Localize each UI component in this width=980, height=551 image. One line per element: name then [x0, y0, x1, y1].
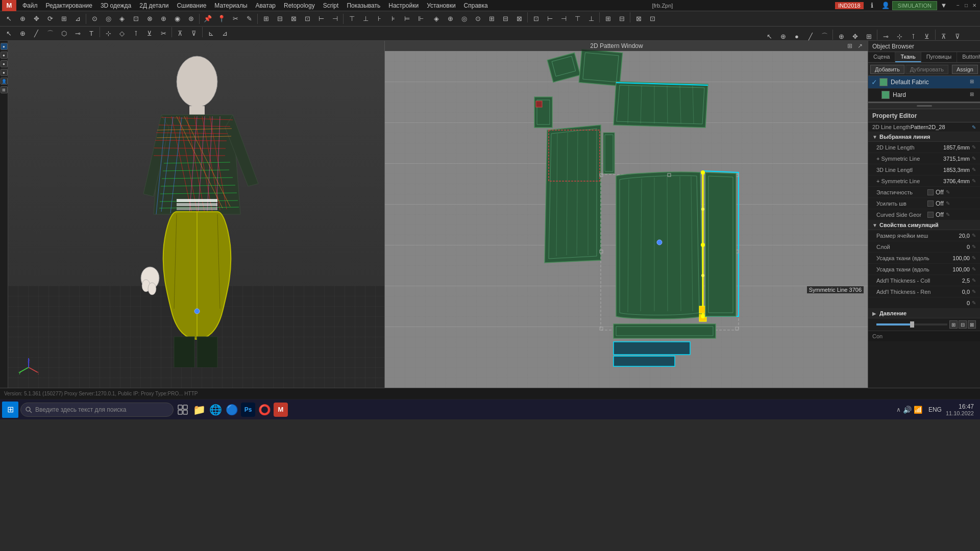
pressure-slider[interactable] — [876, 323, 947, 325]
taskbar-file-explorer[interactable]: 📁 — [192, 403, 206, 417]
menu-file[interactable]: Файл — [18, 1, 42, 10]
fabric-options-icon[interactable]: ⊞ — [970, 79, 977, 86]
tool-2d-9[interactable]: ⊢ — [543, 12, 556, 26]
sim-dropdown[interactable]: ▼ — [937, 0, 950, 12]
tool-measure[interactable]: ⊸ — [71, 27, 84, 40]
fabric-hard-options-icon[interactable]: ⊞ — [970, 91, 977, 98]
taskbar-task-view[interactable] — [176, 403, 190, 417]
tool-2d-7[interactable]: ⊠ — [512, 12, 526, 26]
tool-cut[interactable]: ✂ — [157, 27, 170, 40]
menu-help[interactable]: Справка — [460, 1, 492, 10]
elasticity-checkbox[interactable] — [927, 189, 934, 195]
view-left[interactable]: ● — [1, 69, 8, 76]
tool-2d-8[interactable]: ⊡ — [529, 12, 543, 26]
thickness-ren-edit-icon[interactable]: ✎ — [972, 289, 976, 294]
tool-mirror-2[interactable]: ⊡ — [646, 12, 659, 26]
tool-2d-extra1[interactable]: ⊼ — [937, 30, 950, 43]
tool-3d-6[interactable]: ⊕ — [157, 12, 170, 26]
tool-grid-1[interactable]: ⊞ — [601, 12, 615, 26]
user-btn[interactable]: 👤 — [879, 0, 892, 12]
menu-script[interactable]: Script — [319, 1, 343, 10]
tool-view-1[interactable]: ⊤ — [345, 12, 358, 26]
tool-cloth-6[interactable]: ⊣ — [328, 12, 341, 26]
tool-arrange-1[interactable]: ⊼ — [174, 27, 187, 40]
tool-3d-7[interactable]: ◉ — [170, 12, 184, 26]
prop-sym-1-edit-icon[interactable]: ✎ — [972, 156, 976, 161]
tool-cloth-2[interactable]: ⊟ — [273, 12, 286, 26]
view-perspective[interactable]: ● — [1, 43, 8, 50]
prop-curved-side-toggle[interactable]: Off — [927, 211, 944, 218]
tool-mirror-1[interactable]: ⊠ — [632, 12, 645, 26]
taskbar-icon-5[interactable]: ⭕ — [257, 403, 272, 417]
tool-3d-5[interactable]: ⊗ — [143, 12, 156, 26]
tool-rotate[interactable]: ⟳ — [43, 12, 57, 26]
tool-curve[interactable]: ⌒ — [43, 27, 57, 40]
menu-materials[interactable]: Материалы — [210, 1, 251, 10]
tool-2d-stress[interactable]: ⊺ — [906, 30, 920, 43]
fabric-item-default[interactable]: ✓ Default Fabric ⊞ — [868, 76, 980, 89]
tool-2d-5[interactable]: ⊞ — [485, 12, 498, 26]
mesh-size-edit-icon[interactable]: ✎ — [972, 233, 976, 238]
tool-cloth-1[interactable]: ⊞ — [259, 12, 273, 26]
tool-2d-11[interactable]: ⊤ — [571, 12, 584, 26]
assign-btn[interactable]: Assign — [952, 65, 978, 74]
pattern-name-edit-icon[interactable]: ✎ — [972, 124, 976, 130]
tool-text[interactable]: T — [85, 27, 98, 40]
menu-install[interactable]: Установки — [423, 1, 459, 10]
tool-edit[interactable]: ✎ — [242, 12, 256, 26]
tool-scale[interactable]: ⊞ — [57, 12, 70, 26]
tool-view-4[interactable]: ⊧ — [386, 12, 400, 26]
tab-fabric[interactable]: Ткань — [895, 52, 921, 62]
taskbar-browser[interactable]: 🌐 — [208, 403, 223, 417]
menu-settings[interactable]: Настройки — [384, 1, 423, 10]
slider-btn-3[interactable]: ⊠ — [968, 320, 976, 329]
reinforce-edit-icon[interactable]: ✎ — [946, 201, 950, 206]
menu-sewing[interactable]: Сшивание — [173, 1, 210, 10]
2d-window-ctrl-1[interactable]: ⊞ — [845, 41, 854, 51]
taskbar-marvelous[interactable]: M — [274, 403, 288, 417]
tool-snap[interactable]: ⊾ — [204, 27, 217, 40]
window-minimize[interactable]: − — [954, 2, 962, 9]
tool-2d-extra2[interactable]: ⊽ — [951, 30, 964, 43]
tool-view-2[interactable]: ⊥ — [359, 12, 372, 26]
tool-2d-2[interactable]: ⊕ — [444, 12, 457, 26]
tool-select[interactable]: ↖ — [2, 12, 15, 26]
tab-buttonhole[interactable]: Buttonhole — [957, 52, 980, 62]
tool-line[interactable]: ╱ — [30, 27, 43, 40]
tool-2d-1[interactable]: ◈ — [430, 12, 443, 26]
tool-2d-weld[interactable]: ⊻ — [920, 30, 934, 43]
curved-side-edit-icon[interactable]: ✎ — [946, 212, 950, 217]
tool-pleat[interactable]: ⊺ — [129, 27, 142, 40]
prop-elasticity-toggle[interactable]: Off — [927, 189, 944, 196]
tool-mark[interactable]: ⊻ — [143, 27, 156, 40]
view-extra[interactable]: ⊞ — [1, 86, 8, 93]
curved-side-checkbox[interactable] — [927, 212, 934, 218]
tool-sew[interactable]: ✂ — [229, 12, 242, 26]
tool-cloth-4[interactable]: ⊡ — [301, 12, 314, 26]
shrink-2-edit-icon[interactable]: ✎ — [972, 266, 976, 272]
pressure-section-header[interactable]: ▶ Давление — [868, 309, 980, 318]
tool-add[interactable]: ⊕ — [16, 12, 29, 26]
tool-snap2[interactable]: ⊿ — [218, 27, 231, 40]
tool-grid-2[interactable]: ⊟ — [615, 12, 628, 26]
menu-avatar[interactable]: Аватар — [252, 1, 280, 10]
tool-sel-2d[interactable]: ↖ — [2, 27, 15, 40]
view-back[interactable]: ● — [1, 60, 8, 67]
tool-cloth-3[interactable]: ⊠ — [287, 12, 300, 26]
tool-dart[interactable]: ◇ — [115, 27, 129, 40]
tool-node[interactable]: ⊕ — [16, 27, 29, 40]
tool-unpin[interactable]: 📍 — [215, 12, 228, 26]
tool-view-6[interactable]: ⊩ — [414, 12, 427, 26]
2d-window-expand[interactable]: ↗ — [855, 41, 865, 51]
sim-collapse-icon[interactable]: ▼ — [872, 222, 877, 228]
tool-2d-3[interactable]: ◎ — [457, 12, 471, 26]
slider-btn-1[interactable]: ⊞ — [949, 320, 958, 329]
taskbar-photoshop[interactable]: Ps — [241, 403, 255, 417]
taskbar-datetime[interactable]: 16:47 11.10.2022 — [946, 403, 974, 416]
selected-line-collapse-icon[interactable]: ▼ — [872, 134, 877, 140]
pressure-collapse-icon[interactable]: ▶ — [872, 311, 877, 316]
tray-expand[interactable]: ∧ — [896, 406, 901, 413]
elasticity-edit-icon[interactable]: ✎ — [946, 189, 950, 195]
thickness-coll-edit-icon[interactable]: ✎ — [972, 278, 976, 283]
prop-sym-2-edit-icon[interactable]: ✎ — [972, 178, 976, 184]
